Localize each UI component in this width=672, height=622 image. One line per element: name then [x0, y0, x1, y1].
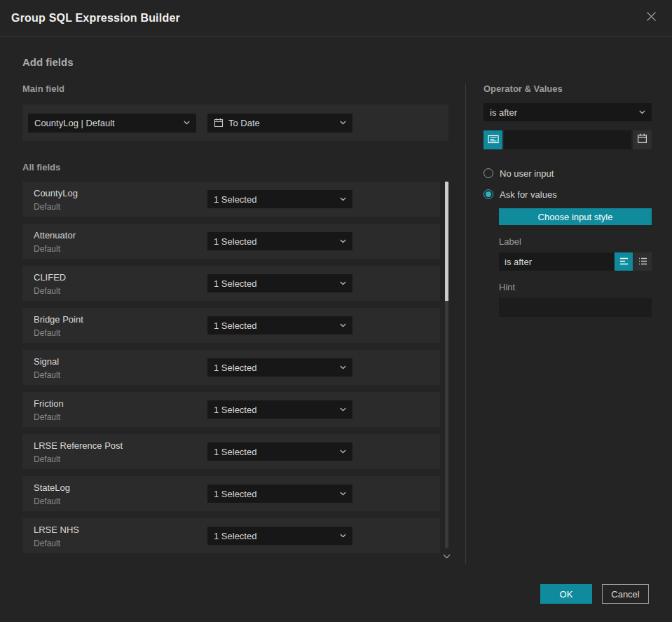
main-field-dropdown[interactable]: CountyLog | Default: [28, 114, 196, 133]
radio-no-user-input-label: No user input: [500, 168, 554, 179]
date-value-row: [484, 130, 652, 149]
selected-count-label: 1 Selected: [214, 363, 334, 373]
selected-count-label: 1 Selected: [214, 194, 334, 205]
choose-input-style-button[interactable]: Choose input style: [499, 208, 652, 225]
column-divider: [465, 83, 466, 564]
group-sql-expression-builder-dialog: Group SQL Expression Builder Add fields …: [0, 0, 672, 622]
label-field-label: Label: [499, 236, 652, 247]
selected-count-label: 1 Selected: [214, 320, 334, 331]
input-style-text-toggle[interactable]: [615, 252, 633, 271]
list-scrollbar[interactable]: [445, 182, 448, 548]
chevron-down-icon: [340, 449, 346, 454]
selected-count-label: 1 Selected: [214, 531, 334, 541]
field-selected-dropdown[interactable]: 1 Selected: [207, 232, 352, 250]
chevron-down-icon: [340, 407, 346, 412]
field-row: LRSE Reference Post Default 1 Selected: [22, 434, 440, 469]
main-field-dropdown-value: CountyLog | Default: [34, 118, 178, 128]
field-row: Friction Default 1 Selected: [22, 392, 440, 427]
close-button[interactable]: [643, 10, 659, 27]
list-icon: [638, 255, 647, 268]
keyboard-icon: [488, 134, 499, 147]
align-left-icon: [619, 255, 629, 268]
field-selected-dropdown[interactable]: 1 Selected: [207, 527, 352, 545]
operator-values-column: Operator & Values is after: [484, 83, 652, 564]
selected-count-label: 1 Selected: [214, 236, 334, 247]
user-input-radio-group: No user input Ask for values: [484, 166, 652, 201]
operator-dropdown[interactable]: is after: [484, 103, 652, 121]
radio-ask-for-values[interactable]: Ask for values: [484, 187, 652, 201]
selected-count-label: 1 Selected: [214, 447, 334, 457]
all-fields-list: CountyLog Default 1 Selected Attenuator …: [22, 182, 440, 553]
chevron-down-icon: [639, 110, 645, 114]
chevron-down-icon: [340, 323, 346, 327]
radio-selected-icon: [484, 189, 493, 199]
field-row: Attenuator Default 1 Selected: [22, 224, 440, 259]
date-value-input[interactable]: [504, 130, 631, 149]
date-picker-button[interactable]: [633, 130, 652, 149]
ask-for-values-options: Choose input style Label: [499, 208, 652, 317]
field-selected-dropdown[interactable]: 1 Selected: [207, 358, 352, 377]
hint-input[interactable]: [499, 298, 652, 317]
field-selected-dropdown[interactable]: 1 Selected: [207, 316, 352, 334]
field-row: StateLog Default 1 Selected: [22, 476, 440, 511]
manual-input-toggle-button[interactable]: [484, 130, 502, 149]
date-field-dropdown[interactable]: To Date: [207, 114, 352, 133]
chevron-down-icon: [340, 281, 346, 285]
calendar-icon: [214, 118, 224, 128]
field-selected-dropdown[interactable]: 1 Selected: [207, 485, 352, 503]
field-selected-dropdown[interactable]: 1 Selected: [207, 190, 352, 208]
scroll-down-icon[interactable]: [443, 549, 451, 562]
chevron-down-icon: [340, 365, 346, 370]
operator-values-label: Operator & Values: [484, 83, 652, 95]
label-input-row: [499, 252, 652, 271]
label-input[interactable]: [499, 252, 614, 271]
scrollbar-thumb[interactable]: [445, 182, 448, 301]
add-fields-heading: Add fields: [22, 56, 672, 68]
ok-button[interactable]: OK: [540, 584, 592, 604]
field-row: CLIFED Default 1 Selected: [22, 266, 440, 301]
field-row: CountyLog Default 1 Selected: [22, 182, 440, 217]
fields-column: Main field CountyLog | Default To Date: [22, 83, 448, 564]
main-field-label: Main field: [22, 83, 448, 95]
cancel-button[interactable]: Cancel: [602, 584, 649, 604]
dialog-header: Group SQL Expression Builder: [0, 0, 672, 36]
dialog-footer: OK Cancel: [540, 584, 649, 604]
field-row: Bridge Point Default 1 Selected: [22, 308, 440, 343]
date-field-dropdown-value: To Date: [228, 118, 334, 128]
field-selected-dropdown[interactable]: 1 Selected: [207, 274, 352, 292]
radio-unselected-icon: [484, 168, 493, 178]
field-row: Signal Default 1 Selected: [22, 350, 440, 385]
selected-count-label: 1 Selected: [214, 405, 334, 415]
field-selected-dropdown[interactable]: 1 Selected: [207, 400, 352, 419]
selected-count-label: 1 Selected: [214, 489, 334, 499]
all-fields-list-container: CountyLog Default 1 Selected Attenuator …: [22, 182, 448, 553]
close-icon: [645, 11, 657, 25]
chevron-down-icon: [340, 197, 346, 201]
field-row: LRSE NHS Default 1 Selected: [22, 518, 440, 553]
field-selected-dropdown[interactable]: 1 Selected: [207, 442, 352, 461]
chevron-down-icon: [340, 239, 346, 243]
main-field-panel: CountyLog | Default To Date: [22, 104, 448, 141]
dialog-content: Add fields Main field CountyLog | Defaul…: [0, 36, 672, 564]
radio-no-user-input[interactable]: No user input: [484, 166, 652, 180]
chevron-down-icon: [184, 121, 190, 125]
dialog-title: Group SQL Expression Builder: [11, 12, 180, 25]
operator-dropdown-value: is after: [490, 107, 633, 118]
selected-count-label: 1 Selected: [214, 278, 334, 289]
hint-field-label: Hint: [499, 282, 652, 292]
chevron-down-icon: [340, 121, 346, 125]
radio-ask-for-values-label: Ask for values: [500, 189, 557, 200]
input-style-list-toggle[interactable]: [633, 252, 652, 271]
chevron-down-icon: [340, 534, 346, 538]
calendar-icon: [637, 133, 647, 147]
all-fields-label: All fields: [22, 162, 448, 173]
chevron-down-icon: [340, 492, 346, 496]
